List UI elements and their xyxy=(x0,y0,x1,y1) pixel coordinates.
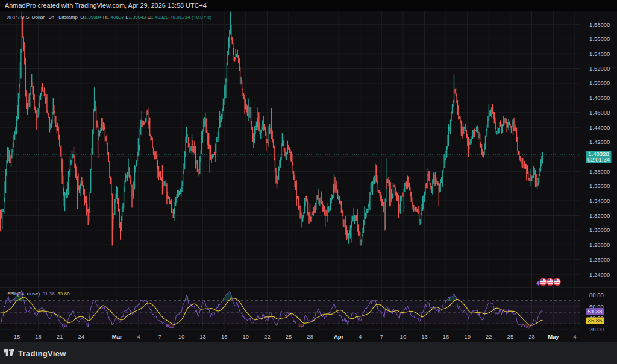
svg-text:25: 25 xyxy=(286,333,292,340)
svg-text:1.56000: 1.56000 xyxy=(589,36,610,42)
svg-text:22: 22 xyxy=(486,333,492,340)
svg-text:18: 18 xyxy=(35,333,42,340)
svg-text:1.24000: 1.24000 xyxy=(589,271,610,278)
svg-text:1.34000: 1.34000 xyxy=(589,198,610,204)
svg-text:1.50000: 1.50000 xyxy=(589,80,610,86)
svg-text:1.32000: 1.32000 xyxy=(589,212,610,219)
svg-text:28: 28 xyxy=(528,333,535,340)
svg-text:1.30000: 1.30000 xyxy=(589,227,610,233)
svg-text:51.38: 51.38 xyxy=(588,308,603,315)
svg-text:1.54000: 1.54000 xyxy=(589,51,610,57)
svg-text:80.00: 80.00 xyxy=(589,292,604,298)
svg-text:TradingView: TradingView xyxy=(18,349,66,358)
svg-text:1.58000: 1.58000 xyxy=(589,21,610,28)
svg-text:35.86: 35.86 xyxy=(588,317,603,324)
svg-text:Apr: Apr xyxy=(334,333,344,340)
svg-text:4: 4 xyxy=(573,333,576,340)
svg-text:10: 10 xyxy=(400,333,407,340)
svg-text:1.28000: 1.28000 xyxy=(589,242,610,248)
svg-text:May: May xyxy=(548,333,559,340)
svg-text:1.38000: 1.38000 xyxy=(589,168,610,175)
svg-text:16: 16 xyxy=(443,333,449,340)
svg-text:13: 13 xyxy=(199,333,206,340)
svg-text:7: 7 xyxy=(380,333,383,340)
svg-text:1.42000: 1.42000 xyxy=(589,139,610,145)
svg-text:13: 13 xyxy=(421,333,428,340)
svg-text:02:01:34: 02:01:34 xyxy=(587,156,610,163)
svg-text:19: 19 xyxy=(243,333,249,340)
svg-text:4: 4 xyxy=(359,333,362,340)
svg-text:24: 24 xyxy=(78,333,85,340)
svg-text:RSI (14, close) 51.38 35.86: RSI (14, close) 51.38 35.86 xyxy=(8,291,70,297)
svg-text:15: 15 xyxy=(14,333,20,340)
svg-text:4: 4 xyxy=(137,333,140,340)
svg-text:1.52000: 1.52000 xyxy=(589,65,610,72)
svg-text:XRP / U.S. Dollar · 3h · Bitst: XRP / U.S. Dollar · 3h · Bitstamp O1.390… xyxy=(7,14,212,20)
svg-text:1.36000: 1.36000 xyxy=(589,183,610,189)
svg-text:22: 22 xyxy=(264,333,271,340)
svg-text:28: 28 xyxy=(307,333,313,340)
svg-text:1.48000: 1.48000 xyxy=(589,95,610,101)
svg-text:25: 25 xyxy=(507,333,514,340)
svg-text:20.00: 20.00 xyxy=(589,326,604,333)
svg-text:AhmadPro created with TradingV: AhmadPro created with TradingView.com, A… xyxy=(5,2,207,9)
svg-text:21: 21 xyxy=(57,333,63,340)
svg-text:1.26000: 1.26000 xyxy=(589,256,610,263)
svg-text:1.44000: 1.44000 xyxy=(589,124,610,131)
svg-text:10: 10 xyxy=(178,333,185,340)
svg-text:7: 7 xyxy=(158,333,161,340)
svg-text:Mar: Mar xyxy=(112,333,122,340)
svg-text:1.46000: 1.46000 xyxy=(589,109,610,116)
svg-text:19: 19 xyxy=(464,333,471,340)
svg-text:16: 16 xyxy=(221,333,228,340)
